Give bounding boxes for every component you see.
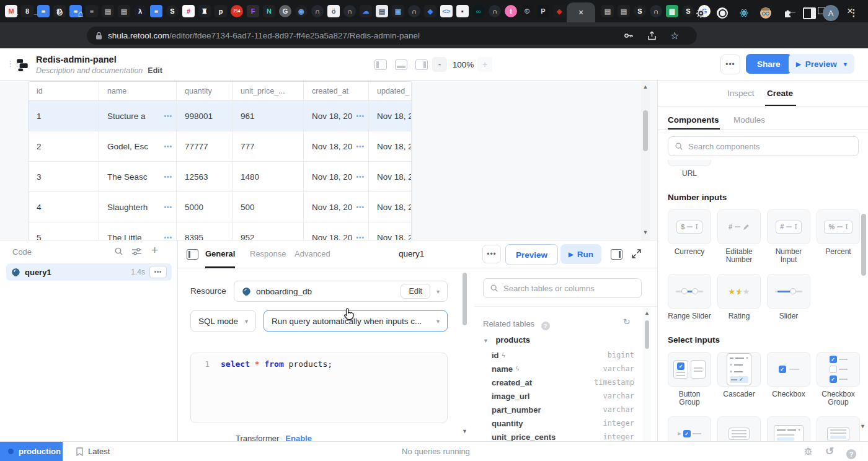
column-header-createdat[interactable]: created_at — [304, 82, 369, 100]
component-card-slider[interactable]: Slider — [767, 274, 810, 320]
p-icon[interactable]: p — [215, 5, 227, 17]
schema-field-row[interactable]: created_attimestamp — [492, 375, 634, 389]
badge-214-icon[interactable]: 214 — [231, 5, 243, 17]
help-icon[interactable]: ? — [541, 322, 550, 330]
query-run-button[interactable]: ▶ Run — [560, 244, 601, 264]
fullscreen-icon[interactable] — [632, 249, 641, 258]
gray-cards-icon[interactable]: ▤ — [102, 5, 114, 17]
docs-blue-icon[interactable]: ≡ — [150, 5, 162, 17]
toggle-right-panel-icon[interactable] — [415, 59, 428, 70]
home-icon[interactable]: ⌂ — [72, 4, 89, 22]
component-card-percent[interactable]: %IPercent — [817, 209, 860, 264]
scroll-down-icon[interactable]: ▼ — [641, 229, 650, 235]
table-row[interactable]: 1Stucture a•••998001961Nov 18, 20•••Nov … — [29, 101, 412, 131]
help-icon[interactable]: ? — [846, 447, 856, 459]
toggle-bottom-panel-icon[interactable] — [395, 59, 407, 70]
bear-icon[interactable]: ö — [327, 5, 340, 17]
add-query-icon[interactable]: + — [151, 244, 158, 257]
component-card-rating[interactable]: ★★★★Rating — [717, 274, 761, 320]
preview-button[interactable]: ▶ Preview ▾ — [789, 54, 854, 74]
column-header-unitprice[interactable]: unit_price_... — [232, 82, 304, 100]
share-button[interactable]: Share — [746, 54, 792, 74]
sidebar-toggle-icon[interactable] — [800, 4, 818, 22]
column-header-id[interactable]: id — [29, 82, 99, 100]
t-pink-icon[interactable]: t — [505, 5, 517, 17]
key-icon[interactable] — [623, 30, 634, 41]
run-behavior-select[interactable]: Run query automatically when inputs c...… — [264, 310, 448, 331]
schema-field-row[interactable]: image_urlvarchar — [492, 389, 634, 403]
zoom-out-button[interactable]: - — [432, 57, 447, 72]
cell-expand-button[interactable]: ••• — [164, 113, 172, 120]
s-circle-icon[interactable]: S — [166, 5, 179, 17]
subtab-components[interactable]: Components — [668, 115, 719, 125]
component-card-checkbox-group[interactable]: ✓✓Checkbox Group — [817, 352, 860, 406]
close-tab-icon[interactable]: × — [578, 7, 583, 17]
cell-expand-button[interactable]: ••• — [164, 234, 172, 240]
scroll-up-icon[interactable]: ▲ — [643, 310, 651, 316]
scroll-down-icon[interactable]: ▼ — [462, 428, 467, 434]
gear-extension-icon[interactable] — [692, 4, 709, 22]
component-card-partial[interactable] — [817, 416, 860, 441]
schema-scrollbar[interactable]: ▲ — [643, 307, 651, 442]
column-header-name[interactable]: name — [99, 82, 177, 100]
browser-menu-kebab-icon[interactable]: ⋮ — [845, 4, 862, 22]
components-scrollbar-thumb[interactable] — [861, 214, 866, 276]
active-browser-tab[interactable]: × — [567, 2, 595, 22]
canvas-scrollbar[interactable]: ▲ ▼ — [641, 81, 650, 240]
canvas-scrollbar-thumb[interactable] — [643, 110, 648, 151]
table-row[interactable]: 5The Little•••8395952Nov 18, 20•••Nov 18… — [29, 222, 412, 240]
schema-search-input[interactable]: Search tables or columns — [483, 278, 642, 298]
react-devtools-icon[interactable] — [735, 4, 753, 22]
tab-inspect[interactable]: Inspect — [727, 89, 755, 98]
profile-avatar[interactable]: A — [822, 4, 839, 22]
table-row[interactable]: 3The Seasc•••125631480Nov 18, 20•••Nov 1… — [29, 162, 412, 192]
bookmark-star-icon[interactable]: ☆ — [670, 30, 679, 42]
tab-general[interactable]: General — [205, 249, 235, 258]
refresh-icon[interactable]: ↻ — [623, 317, 631, 327]
share-icon[interactable] — [647, 30, 657, 41]
tab-response[interactable]: Response — [250, 249, 286, 258]
gray-cards-icon[interactable]: ▤ — [618, 5, 630, 17]
github-icon[interactable]: ∩ — [408, 5, 420, 17]
robot-icon[interactable]: ♜ — [198, 5, 211, 17]
cell-expand-button[interactable]: ••• — [356, 173, 365, 180]
resource-select[interactable]: onboarding_db Edit ▾ — [234, 281, 448, 302]
gray-cards-icon[interactable]: ▤ — [118, 5, 130, 17]
scroll-up-icon[interactable]: ▲ — [641, 84, 650, 90]
cell-expand-button[interactable]: ••• — [356, 204, 365, 211]
debug-bug-icon[interactable] — [803, 446, 813, 459]
component-card-checkbox[interactable]: ✓Checkbox — [767, 352, 810, 406]
cell-expand-button[interactable]: ••• — [356, 113, 365, 120]
circle-extension-icon[interactable] — [714, 4, 731, 22]
edit-resource-button[interactable]: Edit — [401, 284, 430, 299]
c-dark-icon[interactable]: © — [521, 5, 533, 17]
tab-advanced[interactable]: Advanced — [294, 249, 330, 258]
query-preview-button[interactable]: Preview — [505, 244, 558, 265]
schema-scrollbar-thumb[interactable] — [645, 320, 649, 349]
url-bar[interactable]: shula.retool.com/editor/fdee7134-6ad7-11… — [87, 27, 697, 45]
column-header-updated[interactable]: updated_ — [369, 82, 412, 100]
extensions-puzzle-icon[interactable] — [779, 4, 796, 22]
shield-blue-icon[interactable]: ◆ — [424, 5, 436, 17]
table-widget[interactable]: idnamequantityunit_price_...created_atup… — [28, 81, 412, 240]
robot-blue-icon[interactable]: ◉ — [295, 5, 308, 17]
query-scrollbar-thumb[interactable] — [463, 273, 467, 325]
subtab-modules[interactable]: Modules — [733, 115, 765, 125]
expand-panel-right-icon[interactable] — [611, 249, 622, 260]
reload-icon[interactable]: ↻ — [51, 4, 68, 22]
collapse-panel-icon[interactable] — [187, 249, 198, 260]
cell-expand-button[interactable]: ••• — [164, 204, 172, 211]
gray-cards-icon[interactable]: ▤ — [601, 5, 614, 17]
version-selector[interactable]: Latest — [76, 442, 110, 461]
schema-field-row[interactable]: part_numbervarchar — [492, 403, 634, 416]
code-filter-icon[interactable] — [132, 247, 141, 258]
query-list-item[interactable]: query1 1.4s ••• — [6, 263, 172, 281]
script-p-icon[interactable]: P — [537, 5, 549, 17]
editor-canvas[interactable]: idnamequantityunit_price_...created_atup… — [0, 81, 657, 240]
figma-icon[interactable]: F — [247, 5, 259, 17]
column-header-quantity[interactable]: quantity — [177, 82, 232, 100]
arduino-icon[interactable]: ∞ — [472, 5, 485, 17]
cell-expand-button[interactable]: ••• — [356, 234, 365, 240]
component-card-button-group[interactable]: ✓Button Group — [668, 352, 711, 406]
n-teal-icon[interactable]: N — [263, 5, 275, 17]
